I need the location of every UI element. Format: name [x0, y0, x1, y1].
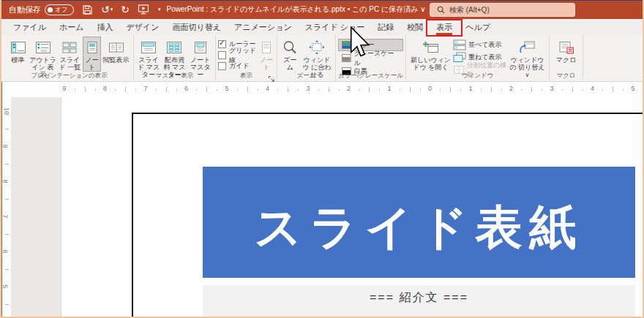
button-label: 閲覧表示: [103, 56, 130, 64]
group-macros: マクロ マクロ: [550, 35, 583, 81]
toggle-knob-icon: [48, 7, 53, 12]
group-label: ズーム: [277, 72, 335, 80]
slide-canvas[interactable]: スライド表紙 === 紹介文 ===: [61, 97, 643, 317]
group-color-grayscale: カラー グレースケール 白黒 カラー/グレースケール: [336, 35, 406, 81]
autosave-state: オフ: [55, 7, 67, 13]
group-window: 新しいウィンドウ を開く 並べて表示 重ねて表示 分割位置の移動: [406, 35, 550, 81]
chevron-down-icon: ▾: [158, 7, 161, 12]
button-label: ズーム: [280, 56, 300, 71]
tab-record[interactable]: 記録: [371, 20, 400, 35]
guides-checkbox[interactable]: ガイド: [218, 61, 258, 72]
tab-animations[interactable]: アニメーション: [228, 20, 299, 35]
checkbox-label: ガイド: [229, 61, 250, 71]
cascade-icon: [453, 52, 466, 63]
new-window-button[interactable]: 新しいウィンドウ を開く: [408, 37, 453, 72]
tab-file[interactable]: ファイル: [7, 20, 53, 35]
normal-view-button[interactable]: 標準: [7, 37, 29, 64]
outline-view-icon: [35, 39, 51, 56]
slideshow-icon: [138, 4, 149, 15]
button-label: 標準: [12, 56, 25, 64]
group-label: ウィンドウ: [406, 72, 549, 80]
autosave-label: 自動保存: [9, 4, 41, 15]
slide-master-icon: [141, 39, 157, 56]
button-label: ノート: [83, 56, 100, 71]
undo-caret-icon: ▾: [111, 7, 113, 12]
save-icon: [82, 4, 93, 15]
search-icon: [437, 6, 445, 14]
checkbox-icon: [218, 40, 226, 48]
checkbox-icon: [218, 51, 226, 59]
ribbon-tab-bar: ファイル ホーム 挿入 デザイン 画面切り替え アニメーション スライド ショー…: [1, 19, 643, 36]
button-label: 並べて表示: [468, 40, 501, 50]
notes-page-icon: [84, 39, 100, 56]
search-placeholder: 検索 (Alt+Q): [449, 5, 490, 15]
autosave-switch[interactable]: オフ: [45, 4, 74, 15]
slide-intro-text: === 紹介文 ===: [370, 290, 468, 317]
group-show: ルーラー グリッド線 ガイド ノート: [216, 35, 277, 81]
search-input[interactable]: 検索 (Alt+Q): [430, 3, 575, 17]
reading-view-icon: [108, 39, 124, 56]
group-label: カラー/グレースケール: [336, 72, 405, 80]
checkbox-icon: [218, 62, 226, 70]
redo-icon: ↻: [121, 4, 130, 15]
tab-transitions[interactable]: 画面切り替え: [166, 20, 228, 35]
new-window-icon: [423, 39, 439, 56]
tab-home[interactable]: ホーム: [53, 20, 91, 35]
save-button[interactable]: [82, 4, 93, 15]
fit-to-window-icon: [309, 39, 325, 56]
saved-status-caret-icon: ∨: [420, 5, 425, 13]
arrange-all-icon: [453, 39, 466, 50]
group-master-views: スライド マスター 配布資料 マスター ノート マスター マスター表示: [134, 35, 216, 81]
notes-icon: [260, 39, 273, 56]
macros-icon: [558, 39, 574, 56]
button-label: マクロ: [556, 56, 577, 64]
group-zoom: ズーム ウィンドウ に合わせる ズーム: [277, 35, 336, 81]
slide-sorter-icon: [61, 39, 78, 56]
dialog-launcher-button[interactable]: [268, 72, 275, 80]
switch-windows-icon: [518, 39, 536, 56]
slide-thumbnail-pane[interactable]: [11, 97, 61, 317]
normal-view-icon: [10, 39, 26, 56]
slide-title-placeholder[interactable]: スライド表紙: [203, 167, 635, 278]
ruler-horizontal: 987654321012345: [60, 82, 643, 98]
button-label: 新しいウィンドウ を開く: [409, 56, 452, 71]
redo-button[interactable]: ↻: [121, 4, 130, 15]
tab-help[interactable]: ヘルプ: [459, 20, 497, 35]
ruler-vertical: 10987654: [2, 97, 11, 317]
notes-page-button[interactable]: ノート: [83, 37, 101, 72]
slideshow-from-start-button[interactable]: [138, 4, 149, 15]
customize-qat-button[interactable]: ▾: [157, 7, 161, 12]
button-label: ノート: [259, 56, 274, 71]
handout-master-icon: [166, 39, 182, 56]
ribbon-view-tab-content: 標準 アウトライン 表示 スライド 一覧: [1, 35, 643, 82]
tab-review[interactable]: 校閲: [400, 20, 430, 35]
group-label: マスター表示: [134, 72, 215, 80]
reading-view-button[interactable]: 閲覧表示: [101, 37, 131, 64]
arrange-all-button[interactable]: 並べて表示: [453, 39, 508, 50]
document-title: PowerPoint : スライドのサムネイルが表示される.pptx • この …: [166, 4, 426, 15]
undo-icon: ↺: [101, 4, 110, 15]
group-label: プレゼンテーションの表示: [5, 72, 133, 80]
button-label: スライド 一覧: [58, 56, 82, 71]
autosave-toggle[interactable]: 自動保存 オフ: [9, 4, 74, 15]
workspace: 987654321012345 10987654 スライド表紙 === 紹介文 …: [1, 82, 643, 317]
group-presentation-views: 標準 アウトライン 表示 スライド 一覧: [5, 35, 134, 81]
powerpoint-window: 自動保存 オフ ↺ ▾ ↻: [0, 0, 644, 318]
macros-button[interactable]: マクロ: [553, 37, 580, 64]
undo-button[interactable]: ↺ ▾: [101, 4, 113, 15]
notes-button-disabled: ノート: [258, 37, 274, 72]
slide-intro-placeholder[interactable]: === 紹介文 ===: [203, 285, 635, 317]
tab-design[interactable]: デザイン: [120, 20, 166, 35]
slide-title-text: スライド表紙: [255, 196, 584, 260]
mouse-cursor-icon: [350, 26, 370, 60]
zoom-button[interactable]: ズーム: [280, 37, 301, 72]
grayscale-button[interactable]: グレースケール: [338, 52, 403, 64]
zoom-icon: [282, 39, 298, 56]
group-label: マクロ: [550, 72, 583, 80]
slide-sorter-button[interactable]: スライド 一覧: [57, 37, 83, 72]
gridlines-checkbox[interactable]: グリッド線: [218, 50, 258, 61]
annotation-highlight-box: [426, 19, 463, 37]
tab-insert[interactable]: 挿入: [91, 20, 120, 35]
tab-view[interactable]: 表示: [430, 20, 459, 35]
notes-master-icon: [192, 39, 209, 56]
